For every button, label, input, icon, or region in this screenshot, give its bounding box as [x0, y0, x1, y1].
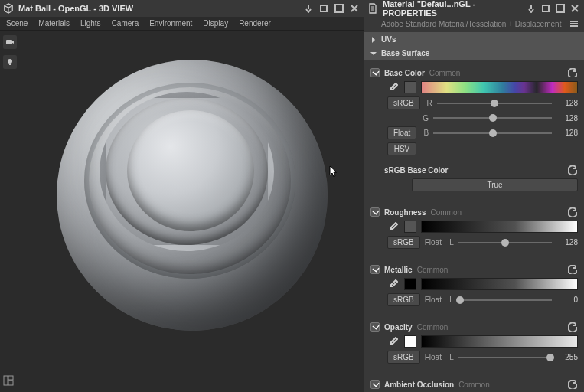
opacity-value: 255 [556, 353, 578, 361]
right-properties-panel: Material "Defaul...nGL - PROPERTIES Adob… [364, 0, 584, 392]
float-button[interactable]: Float [387, 126, 416, 139]
menu-renderer[interactable]: Renderer [239, 19, 271, 28]
float-label: Float [425, 296, 442, 304]
menu-scene[interactable]: Scene [6, 19, 28, 28]
sphere-cap [127, 110, 254, 231]
metallic-checkbox[interactable] [370, 265, 380, 274]
svg-point-3 [8, 59, 12, 64]
menu-lights[interactable]: Lights [80, 19, 101, 28]
layout-corner-icon[interactable] [3, 375, 15, 387]
base-surface-body: Base Color Common sRGB R 128 G 128 [364, 60, 584, 392]
hsv-button[interactable]: HSV [387, 142, 416, 155]
pin-icon[interactable] [302, 2, 315, 15]
maximize-icon[interactable] [333, 2, 345, 15]
reset-icon[interactable] [567, 67, 578, 78]
section-uvs-header[interactable]: UVs [364, 32, 584, 46]
preview-sphere [57, 60, 328, 331]
ao-checkbox[interactable] [370, 380, 380, 389]
srgb-button[interactable]: sRGB [387, 236, 420, 249]
metallic-sublabel: Common [417, 266, 449, 274]
camera-tool-icon[interactable] [3, 35, 17, 49]
base-color-spectrum[interactable] [421, 81, 578, 93]
panel-menu-icon[interactable] [569, 18, 579, 29]
g-slider[interactable] [433, 113, 552, 123]
chevron-down-icon [370, 50, 377, 56]
eyedropper-icon[interactable] [387, 335, 400, 348]
close-icon[interactable] [348, 2, 361, 15]
reset-icon[interactable] [567, 165, 578, 175]
close-icon[interactable] [569, 2, 581, 15]
prop-base-color: Base Color Common sRGB R 128 G 128 [370, 64, 578, 158]
r-slider[interactable] [437, 98, 552, 109]
metallic-label: Metallic [384, 266, 413, 274]
roughness-checkbox[interactable] [370, 207, 380, 217]
menu-materials[interactable]: Materials [38, 19, 70, 28]
mouse-cursor-icon [329, 165, 338, 179]
prop-ambient-occlusion: Ambient Occlusion Common sRGB Float L 25… [370, 376, 578, 392]
metallic-swatch[interactable] [404, 278, 416, 290]
opacity-gradient[interactable] [421, 335, 578, 348]
svg-rect-9 [556, 5, 564, 12]
eyedropper-icon[interactable] [387, 220, 400, 233]
srgb-button[interactable]: sRGB [387, 293, 420, 306]
roughness-value: 128 [556, 238, 578, 247]
pin-icon[interactable] [526, 2, 537, 15]
roughness-gradient[interactable] [421, 220, 578, 233]
viewport-menubar: Scene Materials Lights Camera Environmen… [0, 17, 364, 31]
base-color-checkbox[interactable] [370, 68, 380, 77]
svg-rect-4 [9, 64, 11, 65]
prop-srgb-base-color: sRGB Base Color True [370, 162, 578, 194]
float-label: Float [425, 238, 442, 247]
properties-subtitle: Adobe Standard Material/Tesselation + Di… [364, 17, 584, 32]
base-color-swatch[interactable] [404, 81, 416, 93]
section-base-header[interactable]: Base Surface [364, 46, 584, 60]
light-tool-icon[interactable] [3, 55, 17, 69]
reset-icon[interactable] [567, 322, 578, 332]
g-label: G [421, 114, 429, 122]
maximize-icon[interactable] [555, 2, 566, 15]
opacity-swatch[interactable] [404, 335, 416, 348]
menu-display[interactable]: Display [203, 19, 228, 28]
srgb-true-button[interactable]: True [412, 178, 578, 191]
right-panel-title: Material "Defaul...nGL - PROPERTIES [383, 0, 523, 18]
opacity-slider[interactable] [458, 352, 552, 363]
b-value: 128 [556, 129, 578, 137]
section-uvs-label: UVs [381, 35, 396, 44]
srgb-button[interactable]: sRGB [387, 96, 420, 109]
reset-icon[interactable] [567, 264, 578, 275]
opacity-sublabel: Common [417, 323, 449, 332]
metallic-slider[interactable] [458, 295, 552, 305]
menu-environment[interactable]: Environment [149, 19, 192, 28]
restore-icon[interactable] [540, 2, 552, 15]
float-label: Float [425, 353, 442, 361]
reset-icon[interactable] [567, 379, 578, 390]
roughness-label: Roughness [384, 208, 426, 217]
left-3d-view-panel: Mat Ball - OpenGL - 3D VIEW Scene Materi… [0, 0, 364, 392]
svg-rect-2 [6, 40, 12, 44]
b-label: B [421, 129, 429, 137]
prop-metallic: Metallic Common sRGB Float L 0 [370, 261, 578, 309]
cube-icon [3, 3, 14, 14]
opacity-label: Opacity [384, 323, 413, 332]
restore-icon[interactable] [318, 2, 330, 15]
opacity-checkbox[interactable] [370, 322, 380, 332]
roughness-slider[interactable] [458, 237, 552, 248]
roughness-swatch[interactable] [404, 220, 416, 233]
reset-icon[interactable] [567, 207, 578, 217]
ao-sublabel: Common [458, 381, 490, 389]
g-value: 128 [556, 114, 578, 122]
right-panel-header: Material "Defaul...nGL - PROPERTIES [364, 0, 584, 17]
eyedropper-icon[interactable] [387, 278, 400, 290]
menu-camera[interactable]: Camera [112, 19, 139, 28]
svg-rect-1 [335, 5, 343, 12]
viewport[interactable] [0, 31, 364, 392]
r-value: 128 [556, 99, 578, 107]
l-label: L [446, 353, 454, 361]
section-base-label: Base Surface [381, 49, 429, 57]
chevron-right-icon [370, 36, 377, 42]
srgb-button[interactable]: sRGB [387, 351, 420, 364]
metallic-gradient[interactable] [421, 278, 578, 290]
svg-rect-7 [8, 381, 13, 385]
eyedropper-icon[interactable] [387, 81, 400, 93]
b-slider[interactable] [433, 128, 552, 139]
